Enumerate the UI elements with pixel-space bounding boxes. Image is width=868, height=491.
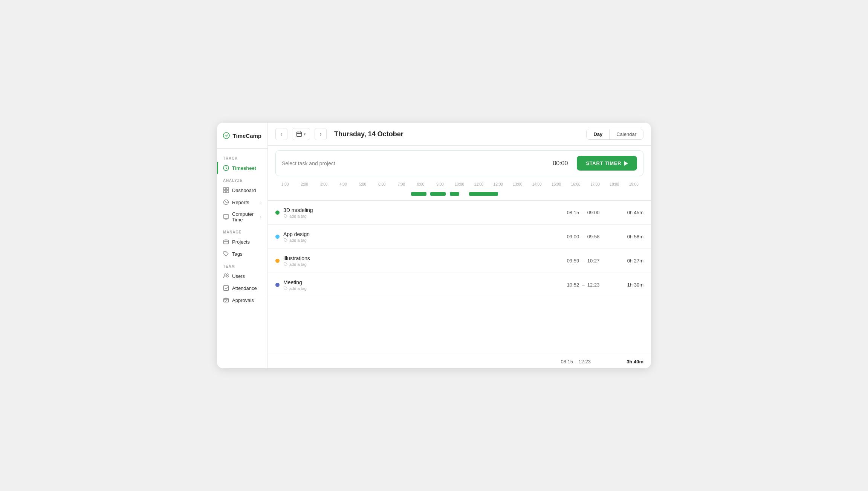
task-dot bbox=[275, 235, 280, 239]
timeline-bar bbox=[411, 192, 426, 196]
timeline-hour: 8:00 bbox=[411, 182, 430, 186]
dashboard-icon bbox=[223, 187, 229, 193]
svg-point-11 bbox=[227, 274, 228, 275]
section-label-track: TRACK bbox=[217, 152, 267, 162]
view-toggle: Day Calendar bbox=[586, 129, 643, 140]
timeline-track: 1:002:003:004:005:006:007:008:009:0010:0… bbox=[275, 182, 643, 197]
header-date: Thursday, 14 October bbox=[334, 130, 582, 138]
task-name: 3D modeling bbox=[283, 207, 553, 213]
task-time-range: 10:52 – 12:23 bbox=[557, 282, 610, 288]
sidebar-item-tags[interactable]: Tags bbox=[217, 248, 267, 260]
sidebar: TimeCamp TRACK Timesheet ANALYZE bbox=[217, 123, 268, 368]
task-info: 3D modeling add a tag bbox=[283, 207, 553, 218]
timeline-hour: 17:00 bbox=[585, 182, 605, 186]
task-info: Meeting add a tag bbox=[283, 279, 553, 291]
table-row[interactable]: Illustrations add a tag 09:59 – 10:27 0h… bbox=[268, 249, 651, 273]
timeline-hour: 11:00 bbox=[469, 182, 488, 186]
svg-rect-7 bbox=[223, 215, 229, 218]
dashboard-label: Dashboard bbox=[232, 188, 261, 193]
timeline-hour: 5:00 bbox=[353, 182, 372, 186]
task-tag[interactable]: add a tag bbox=[283, 262, 553, 267]
logo-icon bbox=[223, 130, 230, 141]
tag-icon bbox=[283, 262, 288, 267]
sidebar-item-reports[interactable]: Reports › bbox=[217, 196, 267, 208]
task-time-range: 09:00 – 09:58 bbox=[557, 234, 610, 239]
attendance-label: Attendance bbox=[232, 285, 261, 291]
timeline-hour: 18:00 bbox=[605, 182, 624, 186]
timesheet-label: Timesheet bbox=[232, 165, 261, 171]
timeline-hour: 6:00 bbox=[372, 182, 391, 186]
svg-rect-12 bbox=[224, 286, 229, 291]
timeline-bars bbox=[275, 191, 643, 197]
timeline-hour: 10:00 bbox=[450, 182, 469, 186]
sidebar-item-attendance[interactable]: Attendance bbox=[217, 282, 267, 294]
timeline-hour: 14:00 bbox=[527, 182, 546, 186]
sidebar-item-users[interactable]: Users bbox=[217, 270, 267, 282]
section-label-team: TEAM bbox=[217, 260, 267, 270]
view-calendar-button[interactable]: Calendar bbox=[610, 129, 643, 139]
sidebar-section-track: TRACK Timesheet bbox=[217, 152, 267, 174]
computer-time-chevron: › bbox=[260, 215, 261, 219]
svg-point-0 bbox=[223, 133, 229, 139]
approvals-label: Approvals bbox=[232, 297, 261, 303]
sidebar-section-team: TEAM Users Attendance bbox=[217, 260, 267, 306]
clock-icon bbox=[223, 165, 229, 171]
timeline-container: 1:002:003:004:005:006:007:008:009:0010:0… bbox=[268, 181, 651, 201]
sidebar-section-manage: MANAGE Projects Tags bbox=[217, 226, 267, 260]
tags-icon bbox=[223, 251, 229, 257]
sidebar-item-dashboard[interactable]: Dashboard bbox=[217, 184, 267, 196]
svg-rect-2 bbox=[223, 188, 226, 190]
prev-button[interactable]: ‹ bbox=[275, 128, 287, 140]
view-day-button[interactable]: Day bbox=[587, 129, 610, 139]
task-tag[interactable]: add a tag bbox=[283, 214, 553, 218]
timeline-hour: 12:00 bbox=[489, 182, 508, 186]
timer-task-label[interactable]: Select task and project bbox=[282, 160, 548, 166]
timeline-hour: 16:00 bbox=[566, 182, 585, 186]
timeline-hour: 1:00 bbox=[275, 182, 295, 186]
timeline-hour: 7:00 bbox=[392, 182, 411, 186]
sidebar-item-approvals[interactable]: Approvals bbox=[217, 294, 267, 306]
timeline-bar bbox=[430, 192, 446, 196]
svg-rect-14 bbox=[297, 132, 302, 137]
section-label-manage: MANAGE bbox=[217, 226, 267, 236]
task-tag[interactable]: add a tag bbox=[283, 238, 553, 242]
table-row[interactable]: App design add a tag 09:00 – 09:58 0h 58… bbox=[268, 225, 651, 249]
task-tag[interactable]: add a tag bbox=[283, 286, 553, 291]
users-icon bbox=[223, 273, 229, 279]
task-name: Illustrations bbox=[283, 255, 553, 261]
task-duration: 0h 58m bbox=[613, 234, 643, 239]
timer-bar: Select task and project 00:00 START TIME… bbox=[275, 150, 643, 176]
calendar-dropdown-button[interactable]: ▾ bbox=[292, 128, 310, 140]
sidebar-item-computer-time[interactable]: Computer Time › bbox=[217, 208, 267, 226]
header: ‹ ▾ › Thursday, 14 October Day Calendar bbox=[268, 123, 651, 146]
timeline-hour: 3:00 bbox=[314, 182, 333, 186]
next-button[interactable]: › bbox=[315, 128, 327, 140]
timeline-hour: 4:00 bbox=[333, 182, 353, 186]
table-row[interactable]: Meeting add a tag 10:52 – 12:23 1h 30m bbox=[268, 273, 651, 297]
reports-label: Reports bbox=[232, 200, 257, 205]
task-duration: 0h 27m bbox=[613, 258, 643, 264]
timeline-hour: 9:00 bbox=[430, 182, 449, 186]
users-label: Users bbox=[232, 273, 261, 279]
footer-row: 08:15 – 12:23 3h 40m bbox=[268, 355, 651, 368]
table-row[interactable]: 3D modeling add a tag 08:15 – 09:00 0h 4… bbox=[268, 201, 651, 225]
main-content: ‹ ▾ › Thursday, 14 October Day Calendar … bbox=[268, 123, 651, 368]
task-list: 3D modeling add a tag 08:15 – 09:00 0h 4… bbox=[268, 201, 651, 355]
svg-point-9 bbox=[225, 253, 226, 253]
task-info: Illustrations add a tag bbox=[283, 255, 553, 267]
section-label-analyze: ANALYZE bbox=[217, 174, 267, 184]
sidebar-item-timesheet[interactable]: Timesheet bbox=[217, 162, 267, 174]
tag-icon bbox=[283, 238, 288, 242]
app-name: TimeCamp bbox=[233, 133, 261, 139]
reports-chevron: › bbox=[260, 200, 261, 204]
timeline-hours: 1:002:003:004:005:006:007:008:009:0010:0… bbox=[275, 182, 643, 186]
tag-icon bbox=[283, 214, 288, 218]
projects-label: Projects bbox=[232, 239, 261, 245]
timeline-hour: 15:00 bbox=[547, 182, 566, 186]
svg-rect-8 bbox=[224, 240, 229, 244]
attendance-icon bbox=[223, 285, 229, 291]
sidebar-item-projects[interactable]: Projects bbox=[217, 236, 267, 248]
svg-rect-5 bbox=[226, 191, 229, 193]
task-name: App design bbox=[283, 231, 553, 237]
start-timer-button[interactable]: START TIMER bbox=[577, 156, 637, 171]
